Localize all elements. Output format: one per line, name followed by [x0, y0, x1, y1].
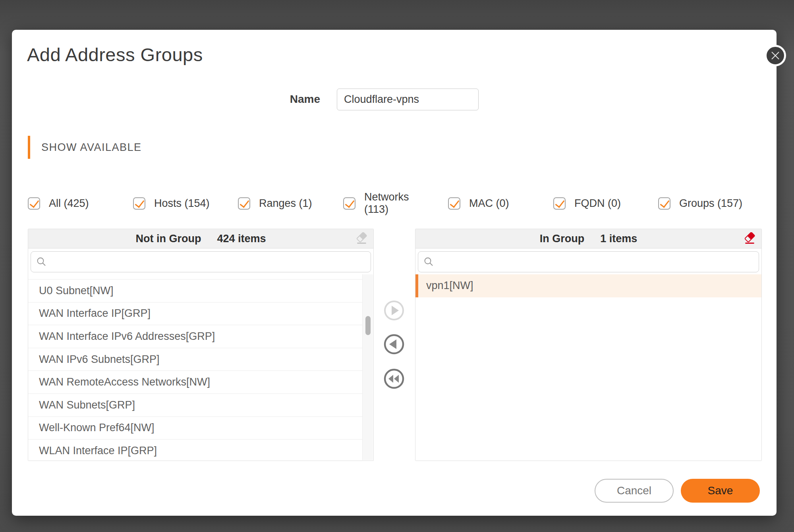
- in-group-search: [418, 251, 759, 272]
- close-button[interactable]: [765, 45, 786, 66]
- list-item-label: WAN Interface IPv6 Addresses[GRP]: [39, 330, 215, 343]
- remove-from-group-button[interactable]: [383, 333, 405, 355]
- in-group-header: In Group 1 items: [415, 229, 761, 249]
- checkbox-icon[interactable]: [658, 197, 670, 210]
- filter-checkbox-row: All (425) Hosts (154) Ranges (1) Network…: [12, 197, 777, 210]
- list-item-label: Well-Known Pref64[NW]: [39, 422, 155, 434]
- show-available-heading: SHOW AVAILABLE: [28, 136, 142, 159]
- list-item[interactable]: WAN Subnets[GRP]: [28, 394, 362, 417]
- filter-label: Networks (113): [364, 191, 414, 216]
- clear-in-group-button[interactable]: [743, 232, 757, 246]
- remove-all-from-group-button[interactable]: [383, 368, 405, 389]
- search-input[interactable]: [439, 252, 753, 272]
- search-input[interactable]: [51, 252, 365, 272]
- panel-title: In Group: [540, 233, 584, 245]
- checkbox-icon[interactable]: [28, 197, 40, 210]
- filter-checkbox[interactable]: Groups (157): [658, 197, 742, 210]
- list-item[interactable]: vpn1[NW]: [415, 274, 761, 297]
- double-arrow-left-icon: [383, 368, 405, 389]
- panel-title: Not in Group: [135, 233, 201, 245]
- list-item-label: WAN Interface IP[GRP]: [39, 307, 151, 320]
- list-item[interactable]: U0 Subnet[NW]: [28, 279, 362, 303]
- checkbox-icon[interactable]: [133, 197, 145, 210]
- list-item[interactable]: WAN RemoteAccess Networks[NW]: [28, 371, 362, 394]
- list-item[interactable]: WLAN Interface IP[GRP]: [28, 439, 362, 461]
- checkbox-icon[interactable]: [343, 197, 355, 210]
- filter-label: Groups (157): [679, 197, 742, 210]
- in-group-panel: In Group 1 items vpn1[NW]: [415, 229, 762, 461]
- filter-checkbox[interactable]: Ranges (1): [238, 197, 312, 210]
- list-item[interactable]: WAN Interface IP[GRP]: [28, 303, 362, 326]
- checkbox-icon[interactable]: [238, 197, 250, 210]
- dialog-title: Add Address Groups: [27, 44, 203, 66]
- cancel-button[interactable]: Cancel: [595, 479, 674, 503]
- not-in-group-list: U0 Subnet[NW] WAN Interface IP[GRP] WAN …: [28, 274, 362, 461]
- clear-not-in-group-button[interactable]: [355, 232, 369, 246]
- filter-label: Ranges (1): [259, 197, 312, 210]
- not-in-group-panel: Not in Group 424 items: [28, 229, 374, 461]
- scrollbar-track[interactable]: [362, 274, 373, 460]
- not-in-group-search: [31, 251, 371, 272]
- list-item-label: WAN RemoteAccess Networks[NW]: [39, 376, 210, 388]
- save-button[interactable]: Save: [681, 479, 760, 503]
- list-item[interactable]: WAN Interface IPv6 Addresses[GRP]: [28, 325, 362, 348]
- scrollbar-thumb[interactable]: [365, 316, 371, 335]
- filter-checkbox[interactable]: FQDN (0): [553, 197, 621, 210]
- eraser-icon: [744, 232, 756, 245]
- filter-checkbox[interactable]: Networks (113): [343, 188, 414, 218]
- filter-checkbox[interactable]: All (425): [28, 197, 89, 210]
- arrow-left-icon: [383, 333, 405, 355]
- list-item-label: WAN Subnets[GRP]: [39, 399, 135, 411]
- list-item-partial[interactable]: [28, 274, 362, 279]
- list-item-label: U0 Subnet[NW]: [39, 285, 114, 297]
- panel-count: 424 items: [217, 233, 266, 245]
- in-group-list: vpn1[NW]: [415, 274, 761, 461]
- eraser-icon: [356, 232, 368, 245]
- list-item-label: WAN IPv6 Subnets[GRP]: [39, 353, 160, 366]
- search-icon: [36, 256, 47, 268]
- list-item[interactable]: WAN IPv6 Subnets[GRP]: [28, 348, 362, 371]
- filter-label: All (425): [49, 197, 89, 210]
- filter-checkbox[interactable]: MAC (0): [448, 197, 509, 210]
- search-icon: [423, 256, 435, 268]
- checkbox-icon[interactable]: [553, 197, 566, 210]
- list-item-label: WLAN Interface IP[GRP]: [39, 445, 157, 457]
- name-label: Name: [225, 93, 320, 106]
- close-icon: [770, 50, 780, 61]
- checkbox-icon[interactable]: [448, 197, 460, 210]
- filter-checkbox[interactable]: Hosts (154): [133, 197, 210, 210]
- filter-label: FQDN (0): [574, 197, 621, 210]
- filter-label: MAC (0): [469, 197, 509, 210]
- not-in-group-header: Not in Group 424 items: [28, 229, 373, 249]
- add-address-groups-dialog: Add Address Groups Name SHOW AVAILABLE A…: [12, 30, 777, 516]
- arrow-right-icon: [383, 300, 405, 321]
- panel-count: 1 items: [600, 233, 637, 245]
- list-item-label: vpn1[NW]: [426, 279, 473, 292]
- list-item[interactable]: Well-Known Pref64[NW]: [28, 417, 362, 440]
- filter-label: Hosts (154): [154, 197, 210, 210]
- move-to-group-button[interactable]: [383, 300, 405, 321]
- name-input[interactable]: [337, 89, 479, 110]
